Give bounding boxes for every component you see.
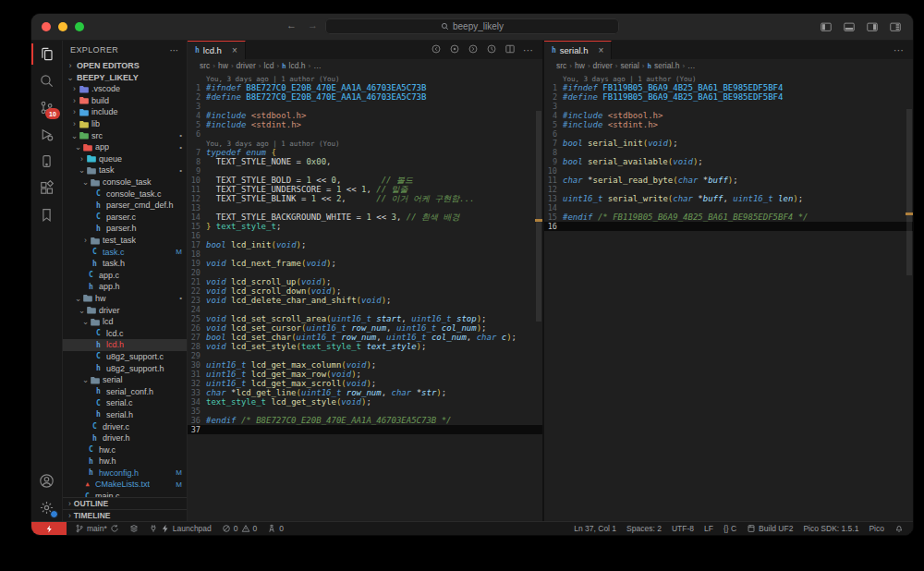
timeline-section[interactable]: › TIMELINE [63,509,187,521]
activity-remote-device-button[interactable] [31,148,62,175]
history-button[interactable] [486,42,497,58]
remote-indicator[interactable] [31,522,67,535]
tree-item-u8g2_support.h[interactable]: hu8g2_support.h [63,362,187,374]
more-button[interactable]: ⋯ [894,44,905,56]
activity-bookmarks-button[interactable] [31,201,62,228]
tree-item-hwconfig.h[interactable]: hhwconfig.hM [63,468,187,480]
open-editors-section[interactable]: › OPEN EDITORS [63,59,187,71]
tree-item-driver.c[interactable]: Cdriver.c [63,420,187,432]
outline-section[interactable]: › OUTLINE [63,497,187,509]
command-center-search[interactable]: beepy_likely [325,18,619,34]
tree-item-hw.h[interactable]: hhw.h [63,456,187,468]
tree-item-u8g2_support.c[interactable]: Cu8g2_support.c [63,351,187,363]
next-change-button[interactable] [468,42,479,58]
tree-item-serial.c[interactable]: Cserial.c [63,397,187,409]
tree-item-driver[interactable]: ⌄driver [63,304,187,316]
breadcrumb-item[interactable]: src [200,61,210,70]
tab-lcd-h[interactable]: h lcd.h × [188,41,246,59]
tree-item-console_task.c[interactable]: Cconsole_task.c [63,188,187,200]
toggle-panel-button[interactable] [843,20,856,37]
toggle-secondary-sidebar-button[interactable] [866,20,879,37]
tree-item-app[interactable]: ⌄app• [63,141,187,153]
activity-settings-button[interactable] [31,494,62,521]
tree-item-driver.h[interactable]: hdriver.h [63,432,187,444]
status-launchpad[interactable]: Launchpad [149,524,212,533]
status-board[interactable]: Pico [869,524,884,533]
tree-item-.vscode[interactable]: ›.vscode [63,83,187,95]
history-forward-button[interactable]: → [308,19,318,30]
split-editor-button[interactable] [505,42,516,58]
breadcrumb-symbol[interactable]: … [687,61,696,70]
breadcrumb-item[interactable]: serial [621,61,639,70]
code-editor-lcd-h[interactable]: You, 3 days ago | 1 author (You)1#ifndef… [188,72,542,521]
zoom-button[interactable] [75,22,84,31]
prev-change-button[interactable] [431,42,442,58]
tree-item-parser.c[interactable]: Cparser.c [63,212,187,224]
status-language-mode[interactable]: {} C [723,524,736,533]
status-notifications[interactable] [894,524,904,533]
breadcrumb-file[interactable]: serial.h [654,61,679,70]
tree-item-hw[interactable]: ⌄hw• [63,293,187,305]
breadcrumb[interactable]: src›hw›driver›lcd›hlcd.h›… [188,59,542,72]
tree-item-serial[interactable]: ⌄serial [63,374,187,386]
status-build-uf2[interactable]: Build UF2 [747,524,793,533]
codelens-label[interactable]: You, 3 days ago | 1 author (You) [206,74,340,83]
tree-item-main.c[interactable]: Cmain.c [63,491,187,497]
explorer-more-actions-icon[interactable]: ⋯ [170,45,179,55]
toggle-primary-sidebar-button[interactable] [820,20,833,37]
breadcrumb-item[interactable]: hw [218,61,228,70]
status-git-branch[interactable]: main* [75,524,119,533]
activity-search-button[interactable] [31,67,62,94]
more-button[interactable]: ⋯ [523,44,534,56]
scrollbar[interactable] [906,72,913,521]
breadcrumb-file[interactable]: lcd.h [289,61,306,70]
status-gitlens[interactable] [129,524,139,533]
codelens-label[interactable]: You, 3 days ago | 1 author (You) [563,74,697,83]
breadcrumb-item[interactable]: driver [593,61,613,70]
workspace-root[interactable]: ⌄ BEEPY_LIKELY [63,71,187,83]
breadcrumb-symbol[interactable]: … [313,61,322,70]
tree-item-lib[interactable]: ›lib [63,118,187,130]
tree-item-task.c[interactable]: Ctask.cM [63,246,187,258]
close-tab-icon[interactable]: × [232,45,237,55]
breadcrumb-item[interactable]: hw [575,61,585,70]
status-problems[interactable]: 00 [222,524,257,533]
breadcrumb-item[interactable]: driver [237,61,256,70]
tree-item-lcd[interactable]: ⌄lcd [63,316,187,328]
activity-accounts-button[interactable] [31,468,62,494]
tree-item-app.c[interactable]: Capp.c [63,270,187,282]
tree-item-serial.h[interactable]: hserial.h [63,409,187,421]
close-tab-icon[interactable]: × [598,45,603,55]
status-encoding[interactable]: UTF-8 [672,524,694,533]
tree-item-build[interactable]: ›build [63,95,187,107]
activity-source-control-button[interactable]: 10 [31,94,62,121]
breadcrumb-item[interactable]: lcd [264,61,274,70]
status-indentation[interactable]: Spaces: 2 [626,524,662,533]
tree-item-console_task[interactable]: ⌄console_task [63,176,187,188]
tree-item-parser_cmd_def.h[interactable]: hparser_cmd_def.h [63,200,187,212]
breadcrumb-item[interactable]: src [556,61,566,70]
minimize-button[interactable] [58,22,67,31]
tree-item-parser.h[interactable]: hparser.h [63,223,187,235]
tree-item-task[interactable]: ⌄task• [63,164,187,176]
tree-item-test_task[interactable]: ›test_task [63,235,187,247]
tab-serial-h[interactable]: h serial.h × [544,41,612,59]
breadcrumb[interactable]: src›hw›driver›serial›hserial.h›… [544,59,913,72]
close-button[interactable] [42,22,51,31]
activity-extensions-button[interactable] [31,175,62,201]
tree-item-hw.c[interactable]: Chw.c [63,443,187,456]
scrollbar[interactable] [535,72,542,521]
tree-item-src[interactable]: ⌄src• [63,129,187,141]
history-back-button[interactable]: ← [286,19,297,30]
status-pico-sdk[interactable]: Pico SDK: 1.5.1 [803,524,858,533]
tree-item-lcd.h[interactable]: hlcd.h [63,339,187,351]
changes-button[interactable] [449,42,460,58]
status-eol[interactable]: LF [704,524,713,533]
tree-item-task.h[interactable]: htask.h [63,258,187,270]
codelens-label[interactable]: You, 3 days ago | 1 author (You) [206,139,340,148]
tree-item-app.h[interactable]: happ.h [63,281,187,293]
tree-item-serial_conf.h[interactable]: hserial_conf.h [63,385,187,397]
tree-item-queue[interactable]: ›queue [63,153,187,165]
activity-run-and-debug-button[interactable] [31,121,62,148]
status-cursor-position[interactable]: Ln 37, Col 1 [574,524,616,533]
